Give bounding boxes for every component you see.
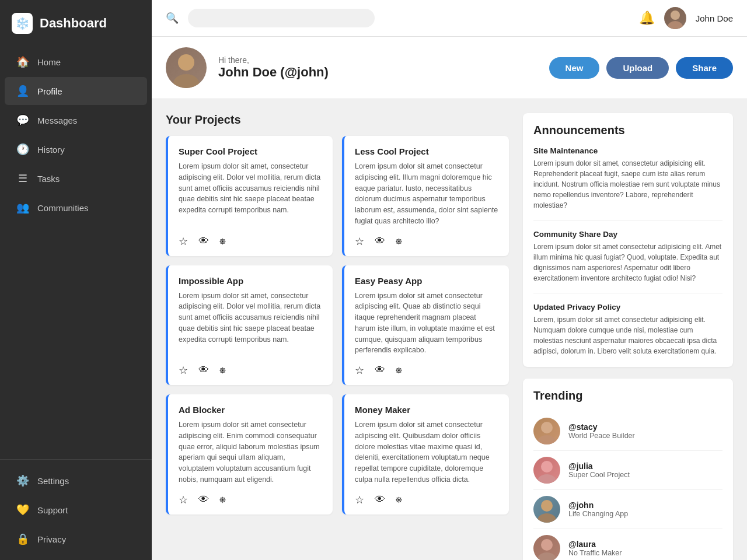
announcement-item-0: Site Maintenance Lorem ipsum dolor sit a… — [533, 146, 722, 220]
sidebar-item-tasks[interactable]: ☰ Tasks — [5, 164, 147, 192]
share-icon[interactable]: ⎈ — [219, 364, 226, 377]
trending-item-0[interactable]: @stacy World Peace Builder — [533, 412, 722, 451]
share-icon[interactable]: ⎈ — [219, 494, 226, 506]
profile-avatar — [166, 47, 207, 88]
new-button[interactable]: New — [549, 57, 600, 79]
trending-avatar-julia — [533, 457, 560, 484]
share-icon[interactable]: ⎈ — [396, 364, 402, 377]
announcement-title: Community Share Day — [533, 230, 722, 239]
sidebar-item-privacy[interactable]: 🔒 Privacy — [5, 525, 147, 553]
announcement-title: Updated Privacy Policy — [533, 303, 722, 312]
view-icon[interactable]: 👁 — [198, 364, 209, 377]
svg-point-11 — [537, 552, 556, 560]
star-icon[interactable]: ☆ — [355, 364, 364, 377]
svg-point-2 — [178, 54, 194, 71]
view-icon[interactable]: 👁 — [198, 494, 209, 506]
share-button[interactable]: Share — [676, 57, 733, 79]
view-icon[interactable]: 👁 — [375, 235, 385, 248]
svg-point-8 — [541, 500, 553, 512]
search-input[interactable] — [188, 9, 375, 27]
sidebar-item-communities[interactable]: 👥 Communities — [5, 194, 147, 222]
settings-icon: ⚙️ — [16, 474, 29, 487]
projects-section: Your Projects Super Cool Project Lorem i… — [166, 113, 509, 514]
star-icon[interactable]: ☆ — [355, 494, 364, 506]
history-icon: 🕐 — [16, 143, 29, 156]
sidebar-item-support[interactable]: 💛 Support — [5, 496, 147, 524]
svg-point-4 — [541, 422, 553, 433]
project-card-1: Less Cool Project Lorem ipsum dolor sit … — [342, 136, 509, 256]
upload-button[interactable]: Upload — [606, 57, 669, 79]
content-area: Your Projects Super Cool Project Lorem i… — [152, 99, 747, 560]
project-actions: ☆ 👁 ⎈ — [179, 494, 322, 506]
project-title: Ad Blocker — [179, 405, 322, 415]
trending-handle: @john — [568, 501, 628, 510]
trending-info: @john Life Changing App — [568, 501, 628, 518]
profile-text: Hi there, John Doe (@john) — [218, 55, 537, 80]
sidebar-item-label: Communities — [37, 203, 89, 213]
main-content: 🔍 🔔 John Doe Hi there, John Doe (@john) — [152, 0, 747, 560]
trending-item-2[interactable]: @john Life Changing App — [533, 490, 722, 529]
notification-bell-icon[interactable]: 🔔 — [639, 10, 655, 26]
svg-point-7 — [537, 474, 556, 484]
project-card-4: Ad Blocker Lorem ipsum dolor sit amet co… — [166, 394, 333, 514]
support-icon: 💛 — [16, 503, 29, 516]
profile-actions: New Upload Share — [549, 57, 733, 79]
project-title: Less Cool Project — [355, 146, 498, 156]
project-actions: ☆ 👁 ⎈ — [179, 364, 322, 377]
sidebar-item-messages[interactable]: 💬 Messages — [5, 106, 147, 134]
sidebar-title: Dashboard — [40, 16, 107, 31]
project-card-5: Money Maker Lorem ipsum dolor sit amet c… — [342, 394, 509, 514]
view-icon[interactable]: 👁 — [375, 494, 385, 506]
sidebar-item-home[interactable]: 🏠 Home — [5, 48, 147, 76]
star-icon[interactable]: ☆ — [179, 364, 188, 377]
trending-handle: @julia — [568, 461, 630, 471]
sidebar-item-label: Privacy — [37, 534, 66, 544]
view-icon[interactable]: 👁 — [375, 364, 385, 377]
trending-item-3[interactable]: @laura No Traffic Maker — [533, 529, 722, 560]
trending-handle: @stacy — [568, 422, 635, 432]
announcements-section: Announcements Site Maintenance Lorem ips… — [523, 113, 733, 367]
svg-point-6 — [541, 461, 553, 473]
projects-title: Your Projects — [166, 113, 509, 127]
project-card-2: Impossible App Lorem ipsum dolor sit ame… — [166, 265, 333, 386]
share-icon[interactable]: ⎈ — [219, 235, 226, 248]
trending-desc: Life Changing App — [568, 510, 628, 518]
view-icon[interactable]: 👁 — [198, 235, 209, 248]
project-desc: Lorem ipsum dolor sit amet consectetur a… — [355, 419, 498, 485]
trending-item-1[interactable]: @julia Super Cool Project — [533, 451, 722, 490]
star-icon[interactable]: ☆ — [179, 494, 188, 506]
star-icon[interactable]: ☆ — [355, 235, 364, 248]
trending-avatar-john — [533, 496, 560, 523]
star-icon[interactable]: ☆ — [179, 235, 188, 248]
communities-icon: 👥 — [16, 201, 29, 214]
projects-grid: Super Cool Project Lorem ipsum dolor sit… — [166, 136, 509, 514]
trending-title: Trending — [533, 389, 722, 402]
sidebar-item-history[interactable]: 🕐 History — [5, 135, 147, 163]
svg-point-10 — [541, 539, 553, 551]
announcement-text: Lorem, ipsum dolor sit amet consectetur … — [533, 314, 722, 356]
svg-point-3 — [173, 74, 199, 88]
announcements-title: Announcements — [533, 124, 722, 137]
sidebar-item-profile[interactable]: 👤 Profile — [5, 77, 147, 105]
sidebar-item-label: Settings — [37, 476, 69, 486]
project-desc: Lorem ipsum dolor sit amet, consectetur … — [179, 290, 322, 356]
trending-avatar-stacy — [533, 418, 560, 444]
trending-desc: No Traffic Maker — [568, 549, 622, 557]
logo-icon: ❄️ — [12, 13, 33, 34]
project-actions: ☆ 👁 ⎈ — [179, 235, 322, 248]
project-actions: ☆ 👁 ⎈ — [355, 235, 498, 248]
avatar — [664, 7, 686, 29]
project-actions: ☆ 👁 ⎈ — [355, 494, 498, 506]
project-desc: Lorem ipsum dolor sit amet, consectetur … — [179, 161, 322, 227]
project-desc: Lorem ipsum dolor sit amet consectetur a… — [355, 290, 498, 356]
messages-icon: 💬 — [16, 114, 29, 127]
sidebar-item-settings[interactable]: ⚙️ Settings — [5, 467, 147, 495]
search-icon: 🔍 — [166, 12, 179, 24]
share-icon[interactable]: ⎈ — [396, 235, 402, 248]
announcement-text: Lorem ipsum dolor sit amet consectetur a… — [533, 242, 722, 284]
share-icon[interactable]: ⎈ — [396, 494, 402, 506]
trending-section: Trending @stacy World Peace Builder — [523, 379, 733, 560]
svg-point-1 — [668, 21, 683, 29]
trending-info: @julia Super Cool Project — [568, 461, 630, 479]
project-card-3: Easy Peasy App Lorem ipsum dolor sit ame… — [342, 265, 509, 386]
